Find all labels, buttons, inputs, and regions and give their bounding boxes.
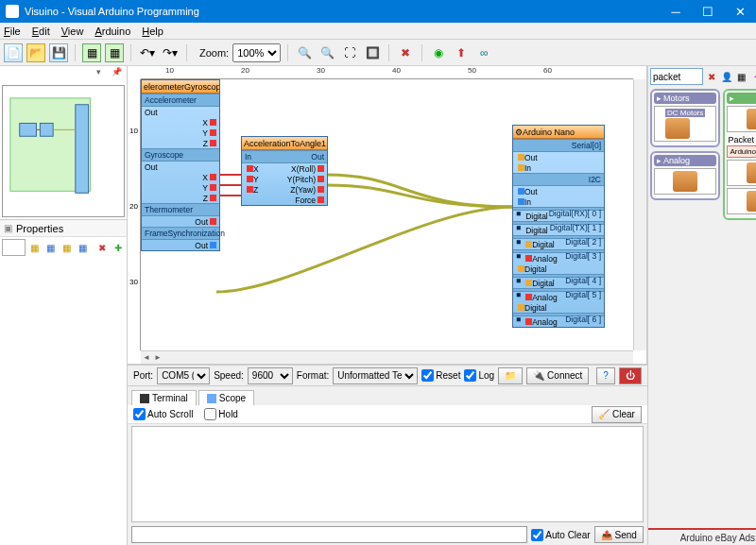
log-checkbox[interactable] <box>464 369 476 382</box>
new-button[interactable]: 📄 <box>4 43 23 62</box>
tab-terminal[interactable]: Terminal <box>131 390 197 405</box>
palette-btn-2[interactable]: ▦ <box>735 69 748 84</box>
pin-in[interactable]: In <box>513 196 604 207</box>
pin-y[interactable]: Y <box>142 128 219 138</box>
pin-label[interactable]: Digital <box>521 278 565 288</box>
pin-ypitch[interactable]: Y(Pitch) <box>278 174 328 184</box>
pin-label[interactable]: Analog <box>521 253 565 264</box>
item-result-2[interactable] <box>727 160 756 186</box>
pin-y[interactable]: Y <box>142 182 219 193</box>
pin-label[interactable]: Analog <box>521 316 565 327</box>
item-dc-motors[interactable]: DC Motors <box>654 106 717 142</box>
zoom-in-button[interactable]: 🔍 <box>295 43 314 62</box>
maximize-button[interactable]: ☐ <box>692 0 724 23</box>
properties-header[interactable]: Properties <box>0 220 127 237</box>
send-button[interactable]: 📤 Send <box>594 526 644 543</box>
power-button[interactable]: ⏻ <box>619 367 642 384</box>
pin-z[interactable]: Z <box>142 138 219 148</box>
design-canvas[interactable]: 10 20 30 40 50 60 10 20 30 <box>128 66 647 364</box>
node-gyroscope-header[interactable]: elerometerGyroscope1 <box>142 80 219 94</box>
pin-out[interactable]: Out <box>513 186 604 196</box>
pin-button[interactable]: 📌 <box>112 67 125 80</box>
pin-z[interactable]: Z <box>142 193 219 203</box>
connect-button[interactable]: 🔌 Connect <box>526 367 589 384</box>
scroll-horizontal[interactable] <box>141 350 633 364</box>
pin-label[interactable]: Digital <box>521 239 565 249</box>
pin-out[interactable]: Out <box>513 152 604 162</box>
copy-button[interactable]: ▦ <box>82 43 101 62</box>
hold-checkbox[interactable] <box>204 408 216 420</box>
terminal-input[interactable] <box>131 526 527 543</box>
design-preview[interactable] <box>2 85 125 217</box>
prop-btn-4[interactable]: ▦ <box>77 240 90 255</box>
close-button[interactable]: ✕ <box>724 0 756 23</box>
scroll-vertical[interactable] <box>633 79 646 350</box>
properties-selector[interactable] <box>2 239 26 256</box>
menu-edit[interactable]: Edit <box>32 26 50 37</box>
terminal-output[interactable] <box>131 426 644 522</box>
palette-btn-3[interactable]: ✦ <box>750 69 756 84</box>
zoom-out-button[interactable]: 🔍 <box>318 43 336 62</box>
prop-btn-6[interactable]: ✚ <box>112 240 125 255</box>
pin-in[interactable]: In <box>513 162 604 173</box>
pin-out[interactable]: Out <box>142 107 219 117</box>
reset-checkbox[interactable] <box>421 369 434 382</box>
arduino-button[interactable]: ∞ <box>474 43 493 62</box>
autoscroll-checkbox[interactable] <box>133 408 146 420</box>
zoom-select[interactable]: 100% <box>232 43 281 62</box>
pin-label[interactable]: Digital <box>521 225 550 235</box>
log-path-button[interactable]: 📁 <box>498 367 523 384</box>
search-input[interactable] <box>650 68 703 85</box>
category-analog[interactable]: ▸Analog <box>650 151 721 200</box>
upload-button[interactable]: ⬆ <box>452 43 471 62</box>
prop-btn-1[interactable]: ▦ <box>28 240 42 255</box>
category-results[interactable]: ▸ Packet ArduinoPacket ▫ <box>723 89 756 220</box>
zoom-actual-button[interactable]: 🔲 <box>363 43 382 62</box>
save-button[interactable]: 💾 <box>49 43 68 62</box>
pin-force[interactable]: Force <box>278 195 328 205</box>
clear-button[interactable]: 🧹 Clear <box>592 406 642 423</box>
menu-file[interactable]: File <box>4 26 21 37</box>
menu-help[interactable]: Help <box>142 26 163 37</box>
item-arduino-packet[interactable]: ArduinoPacket ▫ <box>727 145 756 158</box>
item-result-1[interactable] <box>727 106 756 132</box>
panel-menu-button[interactable]: ▾ <box>96 67 110 80</box>
paste-button[interactable]: ▦ <box>105 43 124 62</box>
prop-btn-2[interactable]: ▦ <box>44 240 58 255</box>
port-select[interactable]: COM5 (U <box>157 367 210 384</box>
format-select[interactable]: Unformatted Text <box>333 367 418 384</box>
pin-zyaw[interactable]: Z(Yaw) <box>278 184 328 195</box>
item-analog[interactable] <box>654 168 717 195</box>
category-motors[interactable]: ▸Motors DC Motors <box>650 89 721 147</box>
search-clear-button[interactable]: ✖ <box>705 69 718 84</box>
redo-button[interactable]: ↷▾ <box>161 43 180 62</box>
minimize-button[interactable]: ─ <box>660 0 692 23</box>
zoom-fit-button[interactable]: ⛶ <box>340 43 359 62</box>
prop-btn-5[interactable]: ✖ <box>95 240 109 255</box>
pin-in-x[interactable]: X <box>242 163 278 174</box>
pin-x[interactable]: X <box>142 172 219 182</box>
prop-btn-3[interactable]: ▦ <box>60 240 74 255</box>
pin-label[interactable]: Analog <box>521 292 565 302</box>
node-arduino-header[interactable]: ⚙ Arduino Nano <box>513 126 604 139</box>
tab-scope[interactable]: Scope <box>198 390 254 405</box>
pin-x[interactable]: X <box>142 117 219 128</box>
node-accel-angle-header[interactable]: AccelerationToAngle1 <box>242 137 327 150</box>
help-button[interactable]: ? <box>596 367 615 384</box>
menu-view[interactable]: View <box>61 26 84 37</box>
pin-in-y[interactable]: Y <box>242 174 278 184</box>
pin-out[interactable]: Out <box>142 240 219 250</box>
undo-button[interactable]: ↶▾ <box>138 43 157 62</box>
pin-label[interactable]: Digital <box>521 211 549 221</box>
autoclear-checkbox[interactable] <box>531 529 543 541</box>
run-button[interactable]: ◉ <box>429 43 448 62</box>
palette-btn-1[interactable]: 👤 <box>720 69 733 84</box>
open-button[interactable]: 📂 <box>26 43 45 62</box>
pin-label[interactable]: Digital <box>513 302 604 313</box>
pin-xroll[interactable]: X(Roll) <box>278 163 328 174</box>
pin-out[interactable]: Out <box>142 216 219 227</box>
item-result-3[interactable] <box>727 188 756 214</box>
pin-in-z[interactable]: Z <box>242 184 278 195</box>
delete-button[interactable]: ✖ <box>396 43 415 62</box>
pin-label[interactable]: Digital <box>513 264 604 274</box>
